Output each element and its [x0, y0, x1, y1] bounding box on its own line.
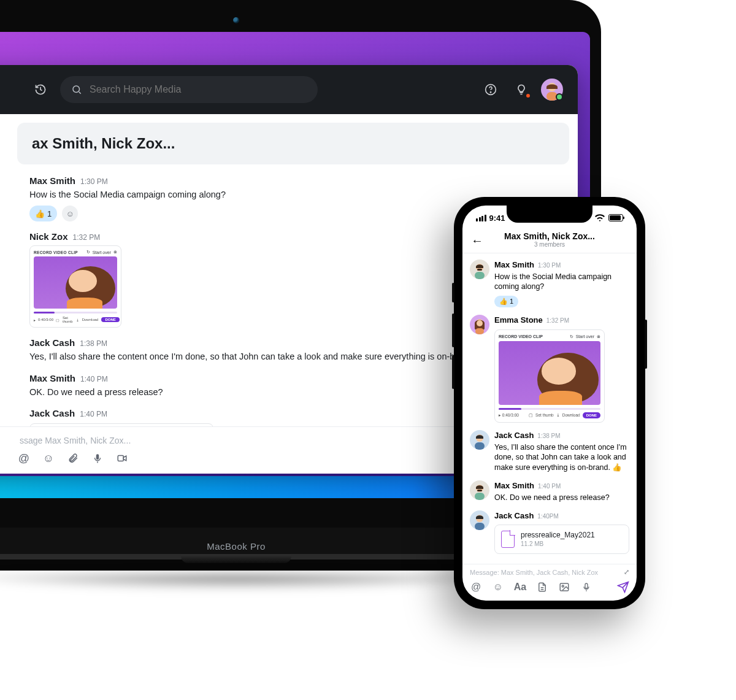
text-format-icon[interactable]: Aa [514, 581, 526, 593]
iphone-device: 9:41 ← Max Smith, Nick Zox... 3 members … [454, 197, 645, 609]
composer-placeholder[interactable]: Message: Max Smith, Jack Cash, Nick Zox [470, 569, 598, 576]
laptop-hinge-notch [181, 555, 291, 563]
reaction-emoji: 👍 [35, 209, 45, 218]
laptop-model-label: MacBook Pro [207, 541, 266, 552]
svg-line-1 [79, 92, 81, 94]
message-author[interactable]: Jack Cash [29, 408, 75, 418]
video-progress-bar[interactable] [499, 408, 600, 410]
presence-online-icon [556, 93, 563, 101]
file-size: 11.2 MB [521, 540, 595, 548]
send-icon[interactable] [617, 581, 629, 593]
search-input[interactable] [90, 84, 307, 95]
avatar[interactable] [470, 430, 489, 450]
add-reaction-icon[interactable]: ☺ [62, 206, 78, 221]
emoji-icon[interactable]: ☺ [42, 452, 55, 465]
message-author[interactable]: Max Smith [494, 480, 534, 491]
document-icon[interactable] [536, 581, 548, 593]
download-icon[interactable]: ⤓ [556, 413, 560, 418]
message-time: 1:40 PM [80, 410, 107, 418]
video-frame[interactable] [499, 341, 600, 405]
microphone-icon[interactable] [91, 452, 104, 465]
message-author[interactable]: Max Smith [29, 373, 75, 383]
message-time: 1:40 PM [80, 375, 108, 383]
back-icon[interactable]: ← [471, 234, 483, 248]
start-over-icon[interactable]: ↻ [86, 250, 90, 255]
message-author[interactable]: Jack Cash [29, 337, 75, 348]
message-time: 1:40 PM [538, 482, 561, 491]
reaction-count: 1 [47, 209, 52, 218]
download-icon[interactable]: ⤓ [76, 318, 79, 322]
close-icon[interactable]: ⊗ [597, 334, 600, 339]
mention-icon[interactable]: @ [17, 452, 31, 465]
message-time: 1:30 PM [538, 261, 561, 270]
message-author[interactable]: Jack Cash [494, 430, 534, 441]
file-name: pressrealice_May2021 [521, 530, 595, 540]
attach-icon[interactable] [66, 452, 80, 465]
user-avatar[interactable] [541, 79, 563, 101]
message-body: Yes, I'll also share the content once I'… [494, 442, 629, 474]
video-card-title: RECORD VIDEO CLIP [499, 334, 543, 339]
download-label[interactable]: Download [562, 413, 580, 418]
svg-point-22 [562, 585, 564, 587]
download-label[interactable]: Download [82, 318, 99, 321]
avatar[interactable] [470, 315, 489, 334]
help-icon[interactable] [480, 79, 502, 101]
message: Jack Cash1:38 PM Yes, I'll also share th… [470, 430, 629, 473]
svg-rect-7 [118, 456, 123, 461]
message-author[interactable]: Nick Zox [29, 231, 68, 242]
avatar[interactable] [470, 480, 489, 500]
image-icon[interactable]: ▢ [529, 413, 533, 418]
battery-icon [608, 214, 623, 221]
start-over-icon[interactable]: ↻ [570, 334, 573, 339]
svg-rect-9 [475, 272, 485, 279]
video-time: 0:40/3:00 [502, 413, 519, 417]
message-author[interactable]: Max Smith [29, 175, 75, 186]
phone-conversation-header: ← Max Smith, Nick Zox... 3 members [462, 230, 637, 253]
conversation-title[interactable]: ax Smith, Nick Zox... [17, 123, 569, 164]
image-icon[interactable] [558, 581, 570, 593]
reaction-pill[interactable]: 👍 1 [29, 206, 57, 221]
svg-rect-18 [477, 490, 482, 491]
done-button[interactable]: DONE [101, 317, 119, 322]
done-button[interactable]: DONE [583, 412, 600, 418]
set-thumb-label[interactable]: Set thumb [63, 316, 73, 323]
message: Max Smith1:40 PM OK. Do we need a press … [470, 480, 629, 502]
file-icon [501, 531, 515, 548]
svg-rect-20 [475, 523, 485, 530]
search-bar[interactable] [60, 76, 318, 103]
history-icon[interactable] [29, 79, 52, 101]
phone-screen: 9:41 ← Max Smith, Nick Zox... 3 members … [462, 206, 637, 601]
mention-icon[interactable]: @ [470, 581, 482, 593]
message-time: 1:32 PM [73, 233, 101, 242]
start-over-label[interactable]: Start over [93, 250, 111, 255]
message-author[interactable]: Emma Stone [494, 315, 543, 326]
video-clip-card[interactable]: RECORD VIDEO CLIP ↻ Start over ⊗ [29, 245, 121, 328]
svg-rect-23 [585, 583, 588, 588]
expand-icon[interactable]: ⤢ [624, 568, 629, 576]
video-clip-card[interactable]: RECORD VIDEO CLIP ↻ Start over ⊗ ▸ 0:40/… [494, 329, 605, 423]
message-author[interactable]: Max Smith [494, 260, 534, 271]
emoji-icon[interactable]: ☺ [492, 581, 504, 593]
close-icon[interactable]: ⊗ [113, 250, 117, 255]
reaction-pill[interactable]: 👍 1 [494, 296, 518, 307]
start-over-label[interactable]: Start over [576, 334, 594, 339]
video-frame[interactable] [34, 256, 117, 309]
message-time: 1:40PM [537, 512, 558, 521]
avatar[interactable] [470, 260, 489, 279]
file-attachment[interactable]: pressrealice_May2021 11.2 MB [494, 525, 629, 554]
set-thumb-label[interactable]: Set thumb [535, 413, 554, 418]
whats-new-icon[interactable] [510, 79, 532, 101]
app-topbar [0, 65, 578, 114]
microphone-icon[interactable] [580, 581, 592, 593]
message-author[interactable]: Jack Cash [494, 510, 534, 521]
play-icon[interactable]: ▸ [499, 413, 501, 417]
play-icon[interactable]: ▸ [34, 318, 36, 322]
video-icon[interactable] [115, 452, 129, 465]
image-icon[interactable]: ▢ [56, 318, 59, 322]
phone-composer[interactable]: Message: Max Smith, Jack Cash, Nick Zox … [462, 564, 637, 601]
svg-rect-15 [475, 442, 485, 450]
conversation-title[interactable]: Max Smith, Nick Zox... [469, 231, 631, 241]
message-body: How is the Social Media campaign coming … [494, 272, 629, 293]
video-progress-bar[interactable] [34, 312, 117, 313]
avatar[interactable] [470, 510, 489, 530]
